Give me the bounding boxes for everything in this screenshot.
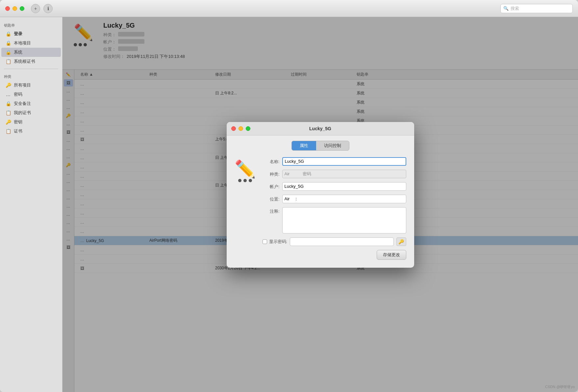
info-icon: ℹ (47, 6, 49, 11)
tab-access-control[interactable]: 访问控制 (316, 141, 349, 150)
password-icon: … (5, 91, 11, 97)
form-notes-textarea[interactable] (282, 207, 406, 233)
form-kind-label: 种类: (263, 170, 280, 177)
search-bar[interactable]: 🔍 搜索 (500, 4, 573, 13)
modal-footer: 存储更改 (263, 250, 406, 260)
title-bar: + ℹ 🔍 搜索 (0, 0, 578, 17)
form-account-label: 帐户: (263, 182, 280, 190)
form-kind-row: 种类: (263, 170, 406, 178)
minimize-button[interactable] (13, 6, 17, 11)
form-location-input[interactable] (282, 195, 406, 203)
form-notes-row: 注释: (263, 207, 406, 233)
modal-body: 属性 访问控制 ✏️ (227, 135, 414, 268)
modal-title: Lucky_5G (309, 126, 331, 131)
sidebar-item-sysroot[interactable]: 📋 系统根证书 (1, 57, 61, 66)
sidebar-item-mycert[interactable]: 📋 我的证书 (1, 108, 61, 117)
traffic-lights (5, 6, 24, 11)
lock-icon-login: 🔒 (5, 31, 11, 37)
lock-icon-local: 🔒 (5, 40, 11, 46)
sidebar-item-keys[interactable]: 🔑 密钥 (1, 117, 61, 127)
sidebar-label-mycert: 我的证书 (14, 110, 31, 116)
modal-pencil-icon: ✏️ (235, 160, 256, 178)
show-password-checkbox[interactable] (263, 239, 267, 244)
watermark: CSDN @咿呀呀yo (545, 384, 575, 389)
toolbar-actions: + ℹ (31, 4, 53, 13)
modal-content-area: ✏️ 名称: (235, 157, 406, 260)
add-button[interactable]: + (31, 4, 40, 13)
app-body: 钥匙串 🔒 登录 🔒 本地项目 🔒 系统 📋 系统根证书 种类 🔑 所有项 (0, 17, 578, 392)
tab-bar: 属性 访问控制 (235, 141, 406, 151)
sidebar-label-password: 密码 (14, 91, 22, 97)
sidebar-label-certs: 证书 (14, 128, 22, 134)
sidebar-label-login: 登录 (14, 31, 22, 37)
modal-icon-area: ✏️ (235, 157, 256, 260)
sidebar-item-all[interactable]: 🔑 所有项目 (1, 81, 61, 90)
modal-dot-2 (243, 179, 247, 182)
save-button[interactable]: 存储更改 (377, 250, 406, 260)
plus-icon: + (34, 6, 37, 11)
form-location-label: 位置: (263, 195, 280, 202)
search-icon: 🔍 (503, 6, 509, 11)
sidebar-label-all: 所有项目 (14, 82, 31, 88)
sidebar-section-kind: 种类 (0, 72, 62, 81)
key-button[interactable]: 🔑 (396, 237, 406, 246)
main-window: + ℹ 🔍 搜索 钥匙串 🔒 登录 🔒 本地项目 🔒 系统 (0, 0, 578, 392)
password-input[interactable] (290, 237, 393, 246)
key-icon: 🔑 (398, 239, 404, 244)
sidebar-divider (4, 69, 58, 69)
lock-icon-system: 🔒 (5, 49, 11, 55)
info-button[interactable]: ℹ (43, 4, 53, 13)
sidebar-item-securenote[interactable]: 🔒 安全备注 (1, 99, 61, 108)
modal-form: 名称: 种类: 帐户: (263, 157, 406, 260)
tab-properties[interactable]: 属性 (292, 141, 316, 150)
sidebar: 钥匙串 🔒 登录 🔒 本地项目 🔒 系统 📋 系统根证书 种类 🔑 所有项 (0, 17, 63, 392)
modal-min-button[interactable] (239, 126, 243, 131)
form-name-label: 名称: (263, 157, 280, 165)
modal-max-button[interactable] (246, 126, 250, 131)
form-notes-label: 注释: (263, 207, 280, 214)
form-location-row: 位置: (263, 195, 406, 203)
form-kind-input[interactable] (282, 170, 406, 178)
password-row: 显示密码: 🔑 (263, 237, 406, 246)
modal-overlay: Lucky_5G 属性 访问控制 (63, 17, 578, 392)
password-checkbox-area: 显示密码: (263, 239, 288, 245)
modal-title-bar: Lucky_5G (227, 122, 414, 135)
close-button[interactable] (5, 6, 10, 11)
form-account-row: 帐户: (263, 182, 406, 191)
cert-icon-sysroot: 📋 (5, 59, 11, 64)
sidebar-label-local: 本地项目 (14, 40, 31, 46)
modal-dot-1 (238, 179, 241, 182)
sidebar-label-securenote: 安全备注 (14, 101, 31, 107)
sidebar-label-sysroot: 系统根证书 (14, 59, 35, 64)
sidebar-label-system: 系统 (14, 49, 22, 55)
securenote-icon: 🔒 (5, 101, 11, 107)
modal-traffic-lights (231, 126, 250, 131)
all-icon: 🔑 (5, 82, 11, 88)
sidebar-item-local[interactable]: 🔒 本地项目 (1, 38, 61, 48)
sidebar-item-password[interactable]: … 密码 (1, 90, 61, 99)
modal-dots (238, 179, 252, 182)
sidebar-label-keys: 密钥 (14, 119, 22, 125)
modal-dot-3 (249, 179, 252, 182)
keys-icon: 🔑 (5, 119, 11, 125)
show-password-label: 显示密码: (269, 239, 288, 245)
search-placeholder: 搜索 (511, 6, 519, 12)
modal-close-button[interactable] (231, 126, 236, 131)
modal-dialog: Lucky_5G 属性 访问控制 (227, 122, 414, 268)
certs-icon: 📋 (5, 128, 11, 134)
maximize-button[interactable] (20, 6, 24, 11)
form-account-input[interactable] (282, 182, 406, 191)
sidebar-item-certs[interactable]: 📋 证书 (1, 127, 61, 136)
sidebar-section-keychain: 钥匙串 (0, 20, 62, 29)
sidebar-item-login[interactable]: 🔒 登录 (1, 29, 61, 38)
main-content: ✏️ Lucky_5G 种类： 帐户： (63, 17, 578, 392)
tab-group: 属性 访问控制 (291, 141, 349, 151)
form-name-row: 名称: (263, 157, 406, 166)
sidebar-item-system[interactable]: 🔒 系统 (1, 48, 61, 57)
mycert-icon: 📋 (5, 110, 11, 116)
form-name-input[interactable] (282, 157, 406, 166)
